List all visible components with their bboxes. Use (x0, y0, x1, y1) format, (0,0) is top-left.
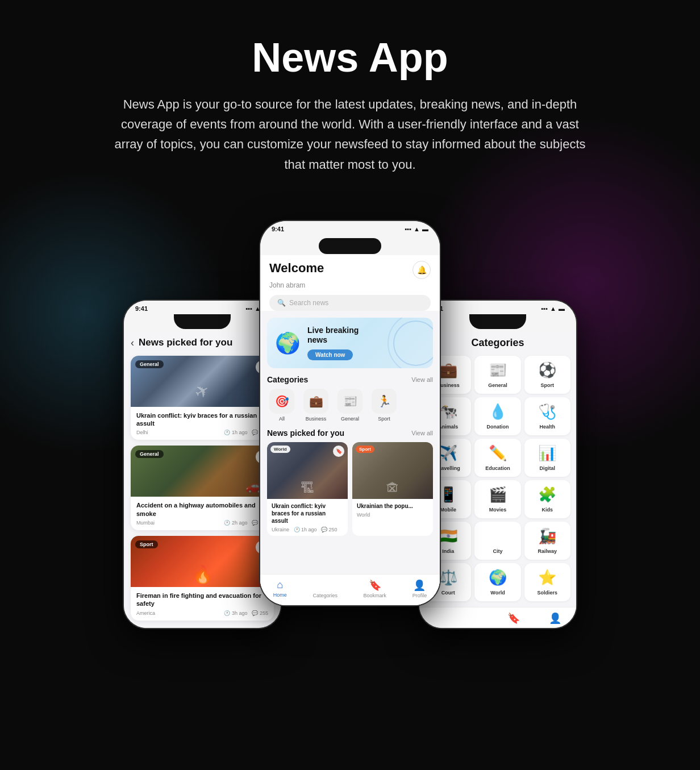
right-screen-content: Categories 💼 Business 📰 General ⚽ Sport (419, 331, 576, 628)
back-button[interactable]: ‹ (131, 337, 134, 349)
cat-kids[interactable]: 🧩 Kids (524, 480, 570, 518)
center-screen-content: Welcome 🔔 John abram 🔍 Search news 🌍 Liv… (260, 255, 440, 605)
right-bookmark-icon: 🔖 (507, 612, 520, 625)
nav-categories-label: Categories (312, 593, 338, 598)
cat-sport-1-icon: ⚽ (538, 361, 556, 379)
category-general-icon: 📰 (338, 389, 363, 414)
center-time: 9:41 (272, 226, 284, 232)
cat-city[interactable]: 🏙 City (474, 522, 520, 560)
right-screen-title: Categories (425, 337, 570, 349)
cat-general-icon: 📰 (489, 361, 507, 379)
category-sport-icon: 🏃 (372, 389, 397, 414)
news-card-0-badge: General (135, 360, 164, 368)
category-business[interactable]: 💼 Business (301, 389, 331, 422)
left-phone-inner: 9:41 ▪▪▪ ▲ ▬ ‹ News picked for you (124, 301, 281, 628)
news-card-2-time: 🕐 3h ago (224, 610, 247, 616)
category-business-icon: 💼 (303, 389, 328, 414)
banner-title: Live breakingnews (307, 326, 359, 345)
cat-digital-label: Digital (540, 465, 556, 471)
cat-mobile-label: Mobile (440, 507, 456, 513)
news-card-2[interactable]: Sport 🔖 Fireman in fire fighting and eva… (131, 536, 274, 621)
news-view-all[interactable]: View all (411, 430, 433, 436)
nav-profile[interactable]: 👤 Profile (413, 579, 427, 598)
category-sport[interactable]: 🏃 Sport (369, 389, 399, 422)
home-icon: ⌂ (277, 579, 283, 591)
news-grid-card-1-sub: World (357, 512, 428, 518)
cat-donation-label: Donation (486, 424, 509, 430)
cat-education[interactable]: ✏️ Education (474, 439, 520, 477)
category-general[interactable]: 📰 General (335, 389, 365, 422)
news-card-2-meta: America 🕐 3h ago 💬 255 (136, 610, 268, 616)
news-card-0[interactable]: General 🔖 Ukrain conflict: kyiv braces f… (131, 356, 274, 440)
cat-donation[interactable]: 💧 Donation (474, 397, 520, 435)
cat-world-label: World (490, 590, 505, 596)
cat-railway[interactable]: 🚂 Railway (524, 522, 570, 560)
news-card-0-title: Ukrain conflict: kyiv braces for a russi… (136, 411, 268, 428)
news-grid-card-0-bookmark[interactable]: 🔖 (333, 446, 344, 457)
nav-categories[interactable]: ⊞ Categories (312, 579, 338, 598)
right-nav-home[interactable]: ⌂ (434, 612, 440, 624)
cat-business-icon: 💼 (439, 361, 457, 379)
center-wifi-icon: ▲ (414, 226, 420, 232)
right-nav-categories[interactable]: ⊞ (469, 612, 478, 625)
news-card-2-badge: Sport (135, 540, 158, 548)
user-name: John abram (269, 281, 431, 289)
cat-railway-label: Railway (538, 548, 557, 554)
cat-soldiers-icon: ⭐ (538, 569, 556, 586)
right-nav-bookmark[interactable]: 🔖 (507, 612, 520, 625)
cat-health-label: Health (540, 424, 556, 430)
news-grid-card-0[interactable]: World 🔖 Ukrain conflict: kyiv braces for… (267, 442, 348, 536)
phones-container: 9:41 ▪▪▪ ▲ ▬ ‹ News picked for you (0, 197, 700, 640)
right-phone-inner: 9:41 ▪▪▪ ▲ ▬ Categories 💼 Business (419, 301, 576, 628)
category-all[interactable]: 🎯 All (267, 389, 297, 422)
right-nav-profile[interactable]: 👤 (549, 612, 561, 625)
cat-world[interactable]: 🌍 World (474, 563, 520, 601)
right-notch-area (419, 314, 576, 331)
search-bar[interactable]: 🔍 Search news (269, 295, 431, 311)
categories-view-all[interactable]: View all (411, 376, 433, 383)
cat-travelling-icon: ✈️ (439, 444, 457, 462)
cat-sport-1[interactable]: ⚽ Sport (524, 356, 570, 394)
left-time: 9:41 (135, 305, 148, 312)
watch-now-button[interactable]: Watch now (307, 349, 353, 360)
news-card-1[interactable]: General 🔖 Accident on a highway automobi… (131, 446, 274, 530)
cat-animals-label: Animals (438, 424, 458, 430)
news-grid-card-1[interactable]: Sport Ukrainian the popu... World (352, 442, 433, 536)
nav-home[interactable]: ⌂ Home (273, 579, 287, 598)
nav-home-label: Home (273, 592, 287, 598)
center-top-section: Welcome 🔔 John abram 🔍 Search news (260, 255, 440, 311)
cat-movies[interactable]: 🎬 Movies (474, 480, 520, 518)
cat-general-label: General (488, 382, 507, 388)
news-grid-card-0-title: Ukrain conflict: kyiv braces for a russi… (272, 502, 343, 525)
news-card-1-body: Accident on a highway automobiles and sm… (131, 497, 274, 530)
right-bottom-nav: ⌂ ⊞ 🔖 👤 (419, 607, 576, 628)
categories-section-header: Categories View all (260, 375, 440, 384)
news-grid-card-1-body: Ukrainian the popu... World (352, 499, 433, 521)
news-card-2-stats: 🕐 3h ago 💬 255 (224, 610, 268, 616)
news-card-1-location: Mumbai (136, 520, 155, 526)
cat-digital[interactable]: 📊 Digital (524, 439, 570, 477)
categories-icon: ⊞ (321, 579, 330, 592)
bookmark-icon: 🔖 (369, 579, 381, 592)
cat-health-icon: 🩺 (538, 403, 556, 421)
center-signal-icon: ▪▪▪ (405, 226, 411, 232)
globe-icon: 🌍 (275, 331, 301, 355)
news-card-2-body: Fireman in fire fighting and evacuation … (131, 587, 274, 621)
cat-general[interactable]: 📰 General (474, 356, 520, 394)
center-phone: 9:41 ▪▪▪ ▲ ▬ Welcome 🔔 John abram (259, 220, 441, 606)
nav-bookmark[interactable]: 🔖 Bookmark (364, 579, 387, 598)
banner-text: Live breakingnews Watch now (307, 326, 359, 361)
news-grid-card-0-img: World 🔖 (267, 442, 348, 499)
right-status-icons: ▪▪▪ ▲ ▬ (541, 305, 565, 312)
news-grid: World 🔖 Ukrain conflict: kyiv braces for… (260, 442, 440, 536)
cat-soldiers[interactable]: ⭐ Soldiers (524, 563, 570, 601)
cat-health[interactable]: 🩺 Health (524, 397, 570, 435)
breaking-news-banner[interactable]: 🌍 Live breakingnews Watch now (267, 318, 433, 369)
cat-india-label: India (442, 548, 454, 554)
bell-icon[interactable]: 🔔 (413, 261, 431, 279)
cat-mobile-icon: 📱 (439, 486, 457, 503)
page-subtitle: News App is your go-to source for the la… (106, 94, 594, 174)
page-title: News App (57, 34, 643, 81)
right-home-icon: ⌂ (434, 612, 440, 624)
news-card-0-location: Delhi (136, 430, 148, 435)
